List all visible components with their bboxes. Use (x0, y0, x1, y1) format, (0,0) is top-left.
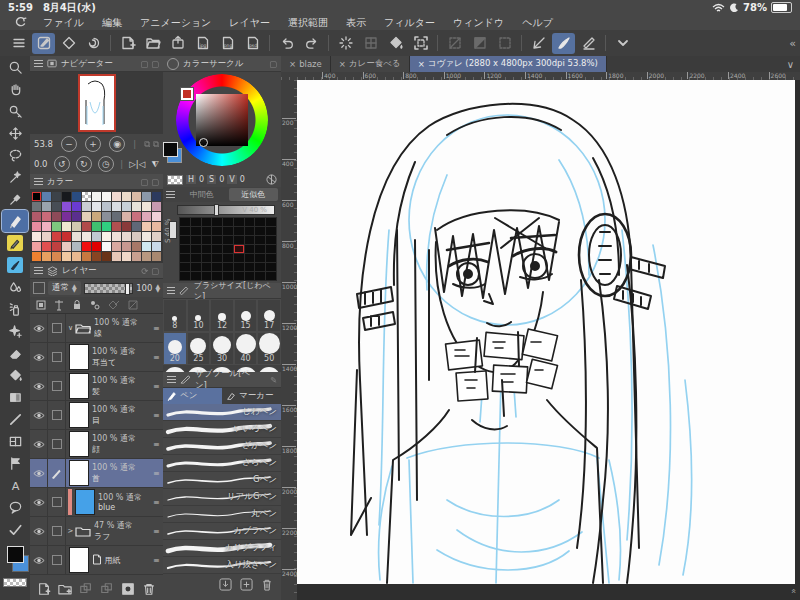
swatch-3-3[interactable] (62, 222, 71, 231)
layer-row-menu-icon[interactable]: ≡ (153, 546, 163, 574)
swatch-0-12[interactable] (152, 192, 161, 201)
swatch-2-12[interactable] (152, 212, 161, 221)
layer-row-menu-icon[interactable]: ≡ (153, 430, 163, 458)
approx-cell-1-7[interactable] (255, 227, 265, 235)
approx-cell-5-6[interactable] (245, 263, 255, 271)
tool-correct-line[interactable] (2, 518, 28, 540)
swatch-0-2[interactable] (52, 192, 61, 201)
crop-frame-button[interactable] (409, 33, 432, 54)
swatch-2-4[interactable] (72, 212, 81, 221)
layer-check-cell[interactable] (48, 314, 66, 342)
delete-subtool-icon[interactable] (261, 578, 273, 591)
layer-folder-arrow[interactable]: ∨ (66, 324, 75, 332)
layer-thumbnail[interactable] (69, 373, 89, 399)
swatch-1-4[interactable] (72, 202, 81, 211)
brush-size-8[interactable]: 8 (163, 299, 187, 332)
swatch-3-12[interactable] (152, 222, 161, 231)
export-device-button[interactable] (166, 33, 189, 54)
layer-visibility-toggle[interactable] (30, 459, 48, 487)
brush-size-20[interactable]: 20 (163, 332, 187, 365)
layer-thumbnail[interactable] (75, 489, 95, 515)
swatch-2-2[interactable] (52, 212, 61, 221)
line-pen-button[interactable] (577, 33, 600, 54)
subtool-brush-7[interactable]: カブラペン (163, 523, 281, 540)
swatch-6-10[interactable] (132, 252, 141, 261)
approx-cell-6-3[interactable] (212, 272, 222, 280)
layer-checkbox[interactable] (52, 526, 62, 536)
approx-cell-3-1[interactable] (191, 245, 201, 253)
add-subtool-icon[interactable] (240, 578, 253, 591)
hue-ring-cursor[interactable] (181, 88, 193, 100)
swatch-4-4[interactable] (72, 232, 81, 241)
layer-row-用紙[interactable]: 用紙≡ (30, 546, 163, 575)
swatch-5-10[interactable] (132, 242, 141, 251)
layer-check-cell[interactable] (48, 343, 66, 371)
swatch-5-12[interactable] (152, 242, 161, 251)
swatch-4-3[interactable] (62, 232, 71, 241)
swatch-3-1[interactable] (42, 222, 51, 231)
layer-row-ラフ[interactable]: >47 % 通常ラフ≡ (30, 517, 163, 546)
approx-cell-6-1[interactable] (191, 272, 201, 280)
layer-check-cell[interactable] (48, 488, 66, 516)
panel-menu-icon[interactable] (167, 287, 175, 294)
color-wheel-extra-icons[interactable]: ▢ (269, 59, 277, 69)
approx-cell-3-0[interactable] (180, 245, 190, 253)
swatch-6-4[interactable] (72, 252, 81, 261)
navigator-header[interactable]: ナビゲーター ▢ ▢ (30, 56, 163, 72)
approx-cell-2-4[interactable] (223, 236, 233, 244)
approx-cell-0-7[interactable] (255, 218, 265, 226)
layer-row-menu-icon[interactable]: ≡ (153, 401, 163, 429)
approx-cell-6-0[interactable] (180, 272, 190, 280)
doc-tab-2[interactable]: ×コヴァレ (2880 x 4800px 300dpi 53.8%) (410, 56, 607, 72)
swatch-0-1[interactable] (42, 192, 51, 201)
tool-pencil[interactable] (2, 232, 28, 254)
brush-size-50[interactable]: 50 (257, 332, 281, 365)
approx-cell-5-3[interactable] (212, 263, 222, 271)
approx-cell-6-4[interactable] (223, 272, 233, 280)
layer-checkbox[interactable] (52, 439, 62, 449)
layer-editing-pencil-icon[interactable] (48, 459, 66, 487)
layer-row-目[interactable]: 100 % 通常目≡ (30, 401, 163, 430)
layer-row-blue[interactable]: 100 % 通常blue≡ (30, 488, 163, 517)
thumbnail-size-button[interactable] (33, 282, 45, 294)
layer-thumbnail[interactable] (69, 344, 89, 370)
swatch-2-6[interactable] (92, 212, 101, 221)
swatch-0-8[interactable] (112, 192, 121, 201)
approx-cell-5-2[interactable] (202, 263, 212, 271)
layer-check-cell[interactable] (48, 372, 66, 400)
swatch-3-11[interactable] (142, 222, 151, 231)
swatch-5-2[interactable] (52, 242, 61, 251)
flip-horizontal-button[interactable]: ▷|◁ (129, 159, 145, 169)
color-set-extra-icons[interactable]: ▢ ▢ (140, 177, 159, 187)
approx-cell-1-2[interactable] (202, 227, 212, 235)
tab-close-icon[interactable]: × (418, 59, 425, 69)
approx-cell-5-1[interactable] (191, 263, 201, 271)
subtool-brush-6[interactable]: 丸ペン (163, 506, 281, 523)
subtool-brush-5[interactable]: リアルGペン (163, 489, 281, 506)
swatch-0-11[interactable] (142, 192, 151, 201)
swatch-6-2[interactable] (52, 252, 61, 261)
panel-menu-icon[interactable] (34, 60, 43, 67)
swatch-5-9[interactable] (122, 242, 131, 251)
rotate-right-button[interactable]: ↻ (76, 156, 92, 172)
zoom-out-button[interactable]: − (61, 136, 77, 152)
tool-text[interactable]: A (2, 474, 28, 496)
approx-cell-4-2[interactable] (202, 254, 212, 262)
tool-auto-select[interactable] (2, 166, 28, 188)
zoom-fit-button[interactable]: ◉ (109, 136, 125, 152)
save-jpg-button[interactable]: jpg (191, 33, 214, 54)
swatch-5-0[interactable] (32, 242, 41, 251)
tab-pen[interactable]: ペン (163, 388, 222, 404)
layers-header[interactable]: レイヤー ⟳ ▢ (30, 263, 163, 279)
approx-cell-0-6[interactable] (245, 218, 255, 226)
tabbar-chevron-icon[interactable]: ∨ (781, 59, 800, 70)
swatch-5-7[interactable] (102, 242, 111, 251)
layer-row-顔[interactable]: 100 % 通常顔≡ (30, 430, 163, 459)
layer-checkbox[interactable] (52, 323, 62, 333)
approx-cell-0-0[interactable] (180, 218, 190, 226)
reference-layer-icon[interactable] (53, 299, 65, 311)
tool-flag-ruler[interactable] (2, 452, 28, 474)
layer-check-cell[interactable] (48, 546, 66, 574)
swatch-0-3[interactable] (62, 192, 71, 201)
doc-tab-0[interactable]: ×blaze (281, 56, 331, 72)
